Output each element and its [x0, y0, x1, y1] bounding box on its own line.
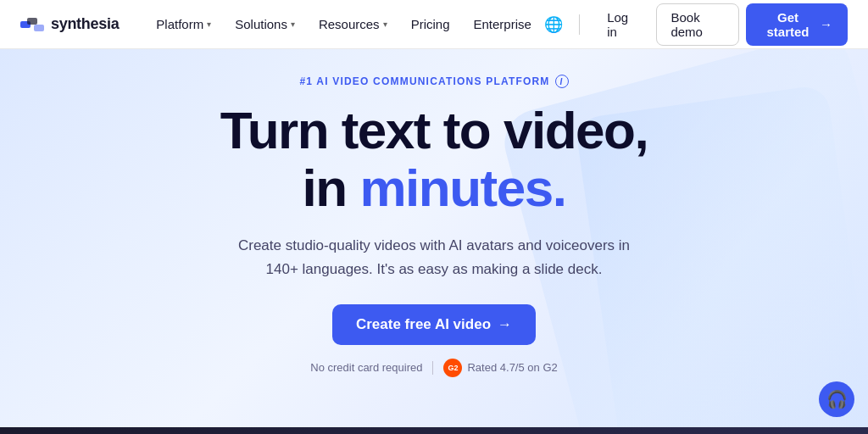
hero-trust: No credit card required G2 Rated 4.7/5 o… — [310, 359, 557, 377]
arrow-icon: → — [820, 17, 832, 31]
hero-title-line1: Turn text to video, — [220, 102, 648, 159]
support-button[interactable]: 🎧 — [819, 381, 854, 417]
g2-logo: G2 — [443, 359, 462, 377]
login-button[interactable]: Log in — [593, 4, 649, 45]
nav-pricing[interactable]: Pricing — [401, 12, 460, 36]
nav-resources[interactable]: Resources ▾ — [309, 12, 398, 36]
chevron-down-icon: ▾ — [207, 19, 211, 29]
chevron-down-icon: ▾ — [291, 19, 295, 29]
nav-enterprise[interactable]: Enterprise — [463, 12, 541, 36]
hero-section: #1 AI VIDEO COMMUNICATIONS PLATFORM i Tu… — [0, 49, 868, 434]
logo-icon — [20, 16, 44, 33]
arrow-icon: → — [498, 316, 512, 333]
nav-solutions[interactable]: Solutions ▾ — [225, 12, 305, 36]
headset-icon: 🎧 — [826, 389, 848, 409]
nav-right: 🌐 Log in Book demo Get started → — [542, 3, 848, 46]
cta-button[interactable]: Create free AI video → — [332, 304, 536, 345]
logo[interactable]: synthesia — [20, 15, 119, 33]
nav-platform[interactable]: Platform ▾ — [146, 12, 221, 36]
g2-badge: G2 Rated 4.7/5 on G2 — [443, 359, 557, 377]
hero-subtitle: Create studio-quality videos with AI ava… — [231, 234, 637, 280]
bottom-bar — [0, 427, 868, 434]
book-demo-button[interactable]: Book demo — [656, 3, 739, 46]
get-started-button[interactable]: Get started → — [746, 3, 848, 46]
svg-rect-1 — [27, 18, 37, 25]
nav-links: Platform ▾ Solutions ▾ Resources ▾ Prici… — [146, 12, 542, 36]
navbar: synthesia Platform ▾ Solutions ▾ Resourc… — [0, 0, 868, 49]
trust-divider — [432, 361, 433, 375]
svg-rect-2 — [34, 25, 44, 31]
chevron-down-icon: ▾ — [383, 19, 387, 29]
nav-divider — [579, 14, 580, 35]
language-button[interactable]: 🌐 — [542, 10, 565, 39]
hero-badge: #1 AI VIDEO COMMUNICATIONS PLATFORM i — [299, 75, 568, 88]
info-icon[interactable]: i — [555, 75, 569, 88]
hero-title-line2: in minutes. — [303, 159, 566, 217]
logo-text: synthesia — [51, 15, 119, 33]
